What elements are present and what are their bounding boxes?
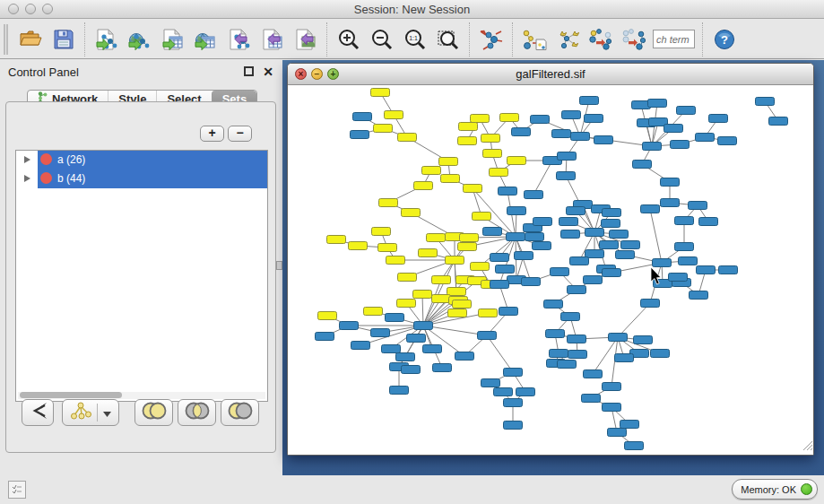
expand-triangle-icon[interactable] [24,156,30,163]
graph-node-blue[interactable] [512,128,531,136]
graph-node-yellow[interactable] [385,111,403,119]
graph-node-blue[interactable] [544,300,563,308]
graph-node-yellow[interactable] [471,263,490,271]
graph-node-blue[interactable] [353,113,372,121]
open-session-button[interactable] [13,22,47,56]
graph-node-blue[interactable] [603,269,621,277]
graph-node-yellow[interactable] [507,157,526,165]
graph-node-blue[interactable] [718,137,737,145]
graph-node-yellow[interactable] [479,309,498,317]
graph-node-blue[interactable] [559,218,578,226]
network-graph[interactable] [288,85,813,455]
graph-node-blue[interactable] [546,330,565,338]
network-canvas[interactable] [288,85,813,455]
graph-node-blue[interactable] [516,388,535,396]
remove-set-button[interactable]: − [228,126,252,142]
search-input[interactable] [653,30,695,48]
apply-layout-button[interactable] [474,22,507,56]
graph-node-blue[interactable] [719,266,738,274]
sets-horizontal-scrollbar[interactable] [18,392,265,399]
graph-node-blue[interactable] [648,100,667,108]
graph-node-yellow[interactable] [414,182,433,190]
graph-node-yellow[interactable] [413,291,432,299]
graph-node-yellow[interactable] [349,242,368,250]
graph-edge[interactable] [422,294,423,326]
toolbar-drag-handle[interactable] [4,24,8,55]
graph-node-blue[interactable] [582,395,601,403]
expand-triangle-icon[interactable] [24,175,30,182]
close-panel-icon[interactable]: ✕ [263,65,273,79]
graph-node-yellow[interactable] [432,295,451,303]
export-image-button[interactable] [289,22,322,56]
export-table-button[interactable] [256,22,289,56]
zoom-actual-button[interactable]: 1:1 [398,22,431,56]
network-frame-titlebar[interactable]: × − + galFiltered.sif [288,64,813,85]
graph-node-blue[interactable] [496,265,515,274]
graph-node-blue[interactable] [580,97,599,105]
graph-node-yellow[interactable] [427,234,446,242]
help-button[interactable]: ? [707,22,741,56]
graph-node-blue[interactable] [557,172,576,180]
graph-node-blue[interactable] [603,404,621,412]
graph-node-blue[interactable] [616,251,635,259]
zoom-out-button[interactable] [365,22,398,56]
graph-edge[interactable] [580,136,652,146]
import-network-db-button[interactable] [123,22,156,56]
scrollbar-thumb[interactable] [20,392,122,398]
graph-edge[interactable] [650,209,662,263]
graph-node-blue[interactable] [351,342,370,350]
graph-node-blue[interactable] [507,207,526,215]
zoom-in-button[interactable] [332,22,365,56]
graph-node-blue[interactable] [494,388,513,396]
graph-node-blue[interactable] [608,429,627,437]
graph-node-blue[interactable] [615,354,634,362]
graph-node-yellow[interactable] [490,169,508,177]
graph-node-blue[interactable] [675,217,694,225]
set-list-item[interactable]: b (44) [16,169,267,188]
graph-node-blue[interactable] [562,111,581,119]
graph-node-blue[interactable] [602,220,620,228]
first-neighbors-button[interactable] [517,22,551,56]
union-sets-button[interactable] [134,399,173,426]
graph-node-yellow[interactable] [446,256,464,265]
graph-node-blue[interactable] [490,254,509,262]
graph-node-yellow[interactable] [458,243,477,251]
graph-node-blue[interactable] [382,345,401,353]
graph-node-blue[interactable] [677,107,696,115]
graph-node-yellow[interactable] [432,276,451,284]
export-network-button[interactable] [222,22,256,56]
graph-node-blue[interactable] [641,300,660,308]
graph-node-blue[interactable] [661,199,680,207]
graph-node-yellow[interactable] [318,312,337,320]
graph-node-blue[interactable] [396,353,415,361]
graph-node-blue[interactable] [561,313,580,321]
graph-node-blue[interactable] [504,369,523,377]
resize-grip[interactable] [802,438,812,454]
memory-status-button[interactable]: Memory: OK [732,479,818,500]
graph-node-blue[interactable] [620,421,639,429]
graph-node-blue[interactable] [651,350,670,358]
intersect-sets-button[interactable] [178,399,216,426]
graph-node-blue[interactable] [558,361,577,369]
graph-node-blue[interactable] [423,345,442,353]
graph-node-yellow[interactable] [371,89,390,97]
task-history-button[interactable] [8,481,26,499]
graph-node-blue[interactable] [551,268,569,276]
graph-node-yellow[interactable] [471,115,490,123]
graph-node-blue[interactable] [609,334,628,342]
graph-node-blue[interactable] [561,230,580,239]
hide-selected-button[interactable] [584,22,617,56]
network-frame[interactable]: × − + galFiltered.sif [287,63,814,456]
graph-node-blue[interactable] [625,442,644,450]
extract-set-button[interactable] [22,399,54,426]
graph-edge[interactable] [487,335,513,372]
graph-node-yellow[interactable] [419,249,438,257]
graph-node-blue[interactable] [515,252,533,260]
import-table-db-button[interactable] [189,22,222,56]
graph-node-blue[interactable] [675,243,694,251]
save-session-button[interactable] [47,22,80,56]
graph-node-blue[interactable] [621,241,640,249]
float-panel-icon[interactable] [244,66,254,76]
graph-node-blue[interactable] [558,152,577,161]
graph-node-blue[interactable] [402,366,421,374]
